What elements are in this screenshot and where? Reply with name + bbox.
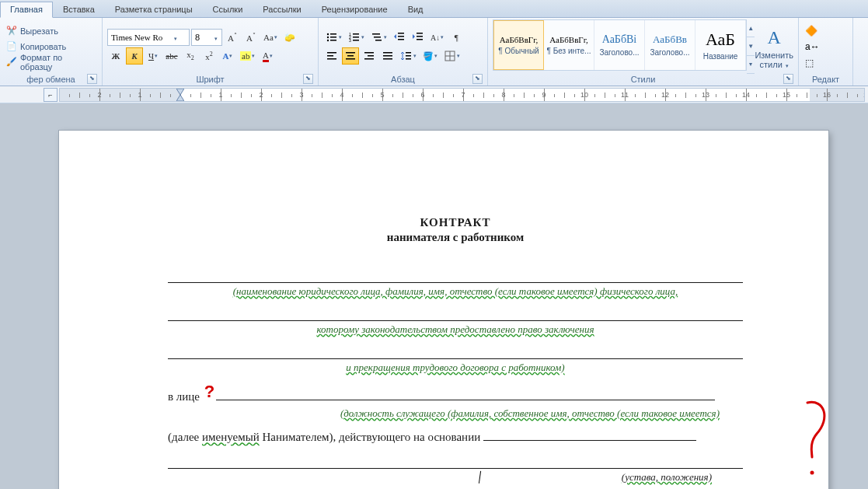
copy-button[interactable]: 📄 Копировать <box>5 39 97 54</box>
svg-point-2 <box>327 37 329 38</box>
svg-rect-9 <box>353 37 359 38</box>
font-family-input[interactable] <box>111 33 173 42</box>
font-family-picker[interactable] <box>107 29 190 46</box>
shading-button[interactable]: 🪣 <box>420 47 440 65</box>
styles-down-button[interactable]: ▼ <box>747 37 755 55</box>
red-question-1: ? <box>204 382 214 401</box>
horizontal-ruler[interactable]: 211234567891011121314151617 <box>59 88 865 102</box>
multilevel-button[interactable] <box>368 29 389 46</box>
bold-button[interactable]: Ж <box>107 47 124 65</box>
superscript-button[interactable]: x2 <box>200 47 218 65</box>
svg-rect-12 <box>372 33 380 35</box>
svg-rect-16 <box>398 36 404 37</box>
svg-rect-23 <box>327 58 336 60</box>
document-page[interactable]: КОНТРАКТ нанимателя с работником (наимен… <box>59 131 828 489</box>
show-marks-button[interactable]: ¶ <box>448 29 465 46</box>
bullets-button[interactable] <box>323 29 344 46</box>
eraser-icon: 🧽 <box>284 33 295 43</box>
numbering-icon: 123 <box>348 31 361 44</box>
pilcrow-icon: ¶ <box>455 33 458 42</box>
change-styles-button[interactable]: A Изменить стили <box>755 19 793 74</box>
grow-font-button[interactable]: A˄ <box>224 29 241 46</box>
indent-marker-hang[interactable] <box>176 95 184 101</box>
highlight-button[interactable]: ab <box>238 47 257 65</box>
font-size-input[interactable] <box>195 33 214 42</box>
document-workspace: КОНТРАКТ нанимателя с работником (наимен… <box>0 103 868 489</box>
document-content[interactable]: КОНТРАКТ нанимателя с работником (наимен… <box>168 216 743 489</box>
align-right-button[interactable] <box>361 47 378 65</box>
tab-review[interactable]: Рецензирование <box>312 2 398 17</box>
justify-button[interactable] <box>379 47 396 65</box>
style-item-3[interactable]: АаБбВвЗаголово... <box>645 20 695 70</box>
cut-button[interactable]: ✂️ Вырезать <box>5 23 97 39</box>
replace-button[interactable]: a↔ <box>804 39 848 54</box>
styles-up-button[interactable]: ▲ <box>747 19 755 37</box>
underline-button[interactable]: Ч <box>145 47 162 65</box>
line-spacing-icon <box>400 50 413 62</box>
change-case-button[interactable]: Aa <box>261 29 280 46</box>
chevron-down-icon[interactable] <box>173 33 177 42</box>
svg-rect-33 <box>406 52 411 54</box>
align-center-icon <box>344 50 357 62</box>
tab-view[interactable]: Вид <box>398 2 434 17</box>
clipboard-launcher[interactable]: ⬊ <box>87 74 97 84</box>
shrink-font-button[interactable]: A˅ <box>242 29 260 46</box>
style-item-0[interactable]: АаБбВвГг,¶ Обычный <box>493 20 544 70</box>
blank-line-1 <box>168 269 743 283</box>
svg-rect-7 <box>353 33 359 35</box>
align-left-button[interactable] <box>323 47 340 65</box>
text-effects-button[interactable]: A <box>219 47 236 65</box>
svg-point-39 <box>810 471 814 475</box>
tab-insert[interactable]: Вставка <box>53 2 105 17</box>
group-paragraph-label: Абзац ⬊ <box>323 74 483 86</box>
align-right-icon <box>363 50 375 62</box>
numbering-button[interactable]: 123 <box>346 29 367 46</box>
svg-rect-25 <box>347 55 354 57</box>
tab-home[interactable]: Главная <box>0 2 53 18</box>
format-painter-button[interactable]: 🖌️ Формат по образцу <box>5 54 97 70</box>
tab-mail[interactable]: Рассылки <box>253 2 311 17</box>
font-launcher[interactable]: ⬊ <box>303 74 313 84</box>
line-spacing-button[interactable] <box>398 47 419 65</box>
copy-label: Копировать <box>20 42 66 51</box>
svg-rect-26 <box>346 58 355 60</box>
tab-selector[interactable]: ⌐ <box>44 88 58 102</box>
italic-button[interactable]: К <box>126 47 143 65</box>
style-item-1[interactable]: АаБбВвГг,¶ Без инте... <box>544 20 594 70</box>
select-button[interactable]: ⬚ <box>804 55 848 71</box>
svg-rect-17 <box>398 39 404 40</box>
increase-indent-button[interactable] <box>410 29 427 46</box>
svg-text:3: 3 <box>349 38 351 43</box>
styles-launcher[interactable]: ⬊ <box>783 74 793 84</box>
chevron-down-icon[interactable] <box>214 33 218 42</box>
tab-layout[interactable]: Разметка страницы <box>105 2 203 17</box>
styles-more-button[interactable]: ▾ <box>747 56 755 74</box>
select-icon: ⬚ <box>805 58 814 68</box>
style-item-2[interactable]: АаБбВіЗаголово... <box>594 20 645 70</box>
change-styles-icon: A <box>762 26 786 51</box>
ruler-area: ⌐ 211234567891011121314151617 <box>0 86 868 103</box>
svg-rect-35 <box>406 58 411 60</box>
cut-label: Вырезать <box>20 26 58 36</box>
paragraph-launcher[interactable]: ⬊ <box>472 74 483 84</box>
copy-icon: 📄 <box>6 41 17 52</box>
styles-gallery: АаБбВвГг,¶ ОбычныйАаБбВвГг,¶ Без инте...… <box>493 19 747 71</box>
style-item-4[interactable]: АаБНазвание <box>695 20 746 70</box>
decrease-indent-button[interactable] <box>391 29 408 46</box>
font-color-button[interactable]: A <box>259 47 276 65</box>
find-button[interactable]: 🔶 <box>804 23 848 38</box>
tab-refs[interactable]: Ссылки <box>203 2 253 17</box>
group-styles: АаБбВвГг,¶ ОбычныйАаБбВвГг,¶ Без инте...… <box>488 18 799 86</box>
clear-formatting-button[interactable]: 🧽 <box>281 29 298 46</box>
strikethrough-button[interactable]: abc <box>163 47 180 65</box>
sort-button[interactable]: A↓ <box>428 29 446 46</box>
subscript-button[interactable]: x2 <box>182 47 199 65</box>
align-center-button[interactable] <box>342 47 359 65</box>
svg-rect-21 <box>327 52 336 54</box>
svg-rect-34 <box>406 55 411 57</box>
ribbon-tabbar: Главная Вставка Разметка страницы Ссылки… <box>0 0 868 18</box>
font-size-picker[interactable] <box>191 29 222 46</box>
indent-marker-first[interactable] <box>176 89 184 95</box>
borders-button[interactable] <box>441 47 462 65</box>
group-styles-label: Стили ⬊ <box>493 74 793 86</box>
